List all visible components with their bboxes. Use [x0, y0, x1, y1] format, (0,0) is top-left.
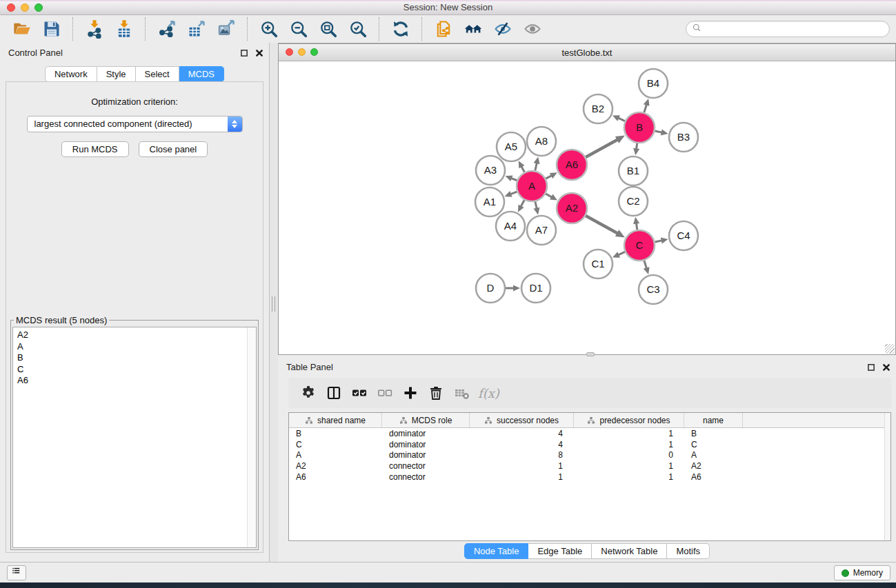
close-table-panel-icon[interactable]: [882, 362, 890, 374]
table-scrollbar[interactable]: [884, 413, 890, 540]
splitter-grip[interactable]: [272, 296, 275, 312]
edge-D-D1[interactable]: [506, 285, 520, 291]
node-C3[interactable]: C3: [639, 275, 668, 304]
hide-details-button[interactable]: [488, 17, 517, 41]
network-from-selection-button[interactable]: [428, 17, 458, 41]
table-row[interactable]: Cdominator41C: [289, 439, 890, 450]
tab-network-table[interactable]: Network Table: [592, 543, 667, 559]
zoom-selected-button[interactable]: [343, 17, 372, 41]
node-C[interactable]: C: [624, 230, 655, 261]
edge-C-C2[interactable]: [633, 217, 639, 230]
mcds-result-item[interactable]: C: [17, 364, 252, 376]
edge-A-A3[interactable]: [505, 176, 517, 182]
network-canvas[interactable]: B4B2BB3A5A8A6A3B1AA1C2A2A4A7C4CC1C3DD1: [279, 61, 895, 354]
node-C4[interactable]: C4: [669, 221, 698, 250]
node-C1[interactable]: C1: [584, 250, 613, 278]
close-panel-icon[interactable]: [255, 48, 263, 60]
mcds-result-item[interactable]: A6: [17, 375, 252, 387]
edge-A-A4[interactable]: [518, 200, 524, 212]
node-A2[interactable]: A2: [557, 193, 587, 223]
zoom-fit-button[interactable]: [313, 17, 343, 41]
select-all-button[interactable]: [346, 381, 372, 405]
home-button[interactable]: [458, 17, 488, 41]
network-window-titlebar[interactable]: testGlobe.txt: [279, 44, 895, 61]
node-A3[interactable]: A3: [476, 156, 505, 185]
edge-B-B1[interactable]: [633, 143, 639, 155]
show-details-button[interactable]: [517, 17, 547, 41]
result-list-scrollbar[interactable]: [247, 327, 256, 547]
split-view-button[interactable]: [321, 381, 346, 405]
edge-A2-C[interactable]: [586, 216, 625, 237]
edge-C-C1[interactable]: [613, 252, 625, 257]
edge-C-C3[interactable]: [644, 261, 650, 274]
export-table-button[interactable]: [181, 17, 211, 41]
close-panel-button[interactable]: Close panel: [139, 141, 208, 157]
node-A6[interactable]: A6: [557, 150, 587, 180]
resize-grip-icon[interactable]: [885, 344, 895, 354]
column-header-MCDS-role[interactable]: MCDS role: [382, 413, 470, 427]
tab-style[interactable]: Style: [97, 66, 136, 82]
edge-C-C4[interactable]: [655, 238, 668, 244]
table-row[interactable]: Adominator80A: [289, 450, 890, 461]
search-input[interactable]: [705, 23, 889, 34]
edge-A-A2[interactable]: [546, 194, 557, 200]
node-A8[interactable]: A8: [527, 127, 556, 156]
column-header-name[interactable]: name: [684, 413, 743, 427]
node-B4[interactable]: B4: [639, 69, 668, 98]
float-panel-icon[interactable]: [240, 48, 248, 60]
node-A[interactable]: A: [517, 171, 547, 201]
export-network-button[interactable]: [152, 17, 181, 41]
edge-B-B2[interactable]: [613, 115, 625, 121]
run-mcds-button[interactable]: Run MCDS: [61, 141, 129, 157]
deselect-all-button[interactable]: [372, 381, 397, 405]
node-B[interactable]: B: [624, 112, 655, 143]
column-header-predecessor-nodes[interactable]: predecessor nodes: [574, 413, 684, 427]
mcds-result-item[interactable]: A2: [17, 330, 252, 341]
zoom-in-button[interactable]: [254, 17, 283, 41]
node-A5[interactable]: A5: [497, 132, 526, 161]
table-row[interactable]: Bdominator41B: [289, 428, 890, 439]
panel-splitter[interactable]: [270, 43, 278, 562]
node-D[interactable]: D: [476, 274, 505, 303]
tab-node-table[interactable]: Node Table: [464, 543, 529, 559]
node-C2[interactable]: C2: [619, 187, 648, 216]
delete-entry-button[interactable]: [423, 381, 448, 405]
add-entry-button[interactable]: [397, 381, 423, 405]
edge-A-A7[interactable]: [533, 201, 539, 214]
node-B1[interactable]: B1: [619, 156, 648, 185]
import-table-button[interactable]: [109, 17, 139, 41]
edge-A-A6[interactable]: [546, 172, 557, 179]
criterion-select[interactable]: largest connected component (directed): [27, 116, 243, 132]
refresh-button[interactable]: [386, 17, 415, 41]
edge-B-B4[interactable]: [644, 99, 650, 112]
node-A4[interactable]: A4: [496, 212, 525, 241]
table-row[interactable]: A6connector11A6: [289, 472, 890, 483]
edge-A6-B[interactable]: [586, 136, 625, 157]
task-history-button[interactable]: [7, 565, 26, 580]
column-header-successor-nodes[interactable]: successor nodes: [470, 413, 574, 427]
settings-button[interactable]: [295, 381, 321, 405]
edge-A-A8[interactable]: [534, 156, 540, 170]
table-row[interactable]: A2connector11A2: [289, 460, 890, 472]
mcds-result-item[interactable]: B: [17, 352, 252, 364]
open-file-button[interactable]: [7, 17, 37, 41]
edge-A-A1[interactable]: [505, 191, 517, 197]
node-D1[interactable]: D1: [521, 274, 550, 303]
column-header-shared-name[interactable]: shared name: [289, 413, 382, 427]
edge-A-A5[interactable]: [519, 161, 525, 172]
zoom-out-button[interactable]: [283, 17, 313, 41]
tab-network[interactable]: Network: [45, 66, 97, 82]
export-image-button[interactable]: [211, 17, 241, 41]
tab-edge-table[interactable]: Edge Table: [528, 543, 592, 559]
edge-B-B3[interactable]: [655, 129, 668, 135]
node-A1[interactable]: A1: [475, 187, 504, 216]
tab-select[interactable]: Select: [136, 66, 179, 82]
node-A7[interactable]: A7: [527, 216, 556, 245]
import-network-button[interactable]: [79, 17, 109, 41]
float-table-panel-icon[interactable]: [867, 362, 875, 374]
bottom-grip-icon[interactable]: [586, 352, 595, 356]
node-B3[interactable]: B3: [669, 123, 698, 152]
node-B2[interactable]: B2: [584, 94, 613, 123]
tab-motifs[interactable]: Motifs: [667, 543, 710, 559]
mcds-result-item[interactable]: A: [17, 341, 252, 353]
